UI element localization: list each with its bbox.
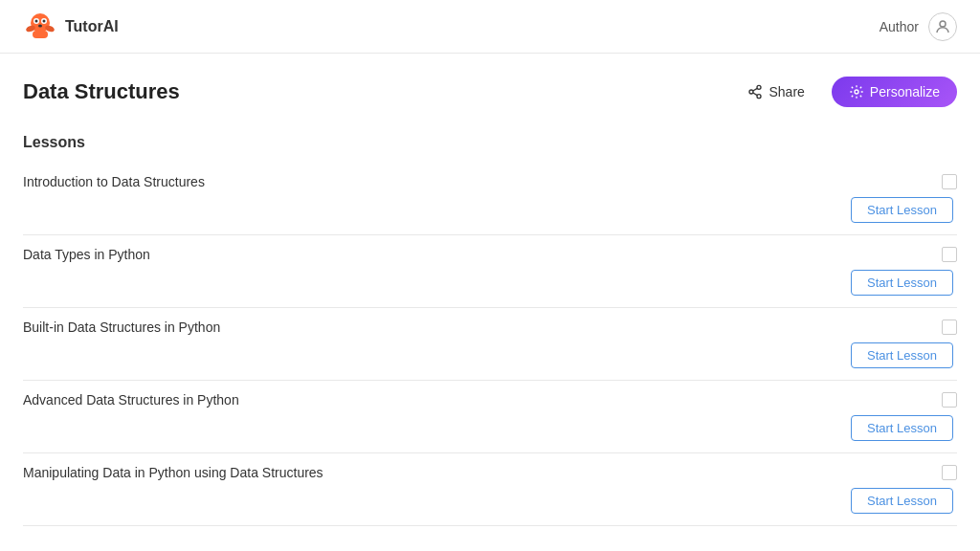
lesson-checkbox[interactable] [942, 320, 957, 335]
lessons-section-label: Lessons [23, 134, 957, 151]
svg-point-15 [855, 90, 858, 94]
header-actions: Author [880, 12, 957, 41]
lesson-btn-row: Start Lesson [23, 342, 957, 368]
list-item: Advanced Data Structures in Python Start… [23, 381, 957, 453]
lesson-btn-row: Start Lesson [23, 415, 957, 441]
main-content: Data Structures Share Personalize [0, 54, 980, 526]
lesson-title: Introduction to Data Structures [23, 174, 205, 189]
personalize-icon [849, 84, 864, 99]
personalize-label: Personalize [870, 84, 940, 99]
lesson-row: Built-in Data Structures in Python [23, 320, 957, 335]
lesson-checkbox[interactable] [942, 465, 957, 480]
share-button[interactable]: Share [736, 78, 815, 105]
svg-rect-6 [33, 31, 48, 38]
lesson-btn-row: Start Lesson [23, 270, 957, 296]
page-title: Data Structures [23, 79, 180, 104]
start-lesson-button[interactable]: Start Lesson [851, 342, 953, 368]
lesson-row: Manipulating Data in Python using Data S… [23, 465, 957, 480]
svg-point-9 [940, 21, 946, 27]
svg-line-13 [753, 93, 758, 96]
list-item: Introduction to Data Structures Start Le… [23, 163, 957, 235]
lesson-checkbox[interactable] [942, 174, 957, 189]
lesson-row: Introduction to Data Structures [23, 174, 957, 189]
svg-point-5 [38, 24, 42, 27]
svg-point-4 [43, 19, 46, 22]
author-label: Author [880, 19, 919, 34]
lesson-title: Data Types in Python [23, 247, 150, 262]
avatar[interactable] [928, 12, 957, 41]
lesson-row: Advanced Data Structures in Python [23, 392, 957, 408]
list-item: Data Types in Python Start Lesson [23, 235, 957, 308]
personalize-button[interactable]: Personalize [832, 77, 957, 107]
tutorAI-logo-icon [23, 10, 57, 44]
lesson-btn-row: Start Lesson [23, 197, 957, 223]
logo-area: TutorAI [23, 10, 119, 44]
svg-line-14 [753, 88, 758, 91]
lesson-checkbox[interactable] [942, 392, 957, 408]
svg-point-12 [757, 95, 761, 99]
lesson-checkbox[interactable] [942, 247, 957, 262]
share-icon [747, 84, 763, 99]
start-lesson-button[interactable]: Start Lesson [851, 197, 953, 223]
lesson-row: Data Types in Python [23, 247, 957, 262]
logo-text: TutorAI [65, 18, 119, 35]
share-label: Share [768, 84, 804, 99]
title-row: Data Structures Share Personalize [23, 77, 957, 107]
title-actions: Share Personalize [736, 77, 957, 107]
svg-point-10 [757, 85, 761, 89]
start-lesson-button[interactable]: Start Lesson [851, 270, 953, 296]
lesson-title: Built-in Data Structures in Python [23, 320, 220, 335]
lesson-list: Introduction to Data Structures Start Le… [23, 163, 957, 526]
list-item: Manipulating Data in Python using Data S… [23, 453, 957, 526]
start-lesson-button[interactable]: Start Lesson [851, 488, 953, 514]
svg-point-11 [749, 90, 753, 94]
lesson-btn-row: Start Lesson [23, 488, 957, 514]
lesson-title: Advanced Data Structures in Python [23, 392, 239, 408]
list-item: Built-in Data Structures in Python Start… [23, 308, 957, 381]
svg-point-3 [35, 19, 38, 22]
app-header: TutorAI Author [0, 0, 980, 54]
start-lesson-button[interactable]: Start Lesson [851, 415, 953, 441]
lesson-title: Manipulating Data in Python using Data S… [23, 465, 323, 480]
